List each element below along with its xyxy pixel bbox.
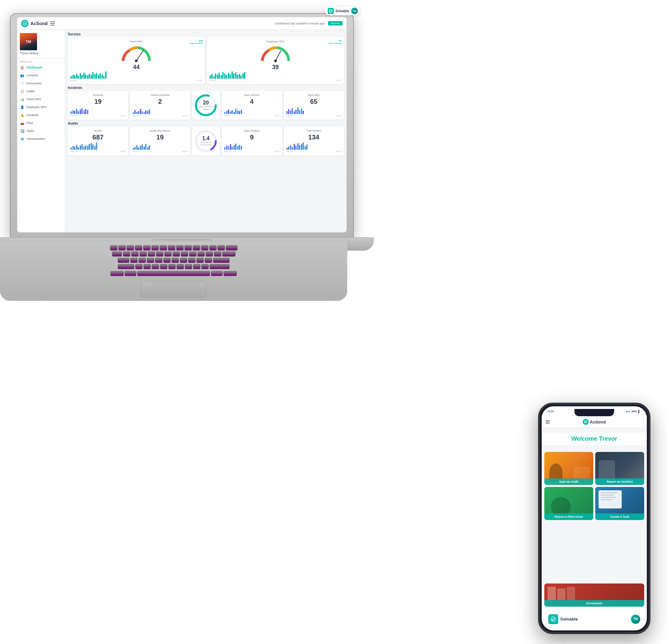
key[interactable] bbox=[147, 258, 154, 263]
sidebar-item-audits[interactable]: 📋 Audits bbox=[17, 87, 65, 95]
key[interactable] bbox=[123, 252, 130, 257]
key[interactable] bbox=[156, 252, 163, 257]
audits-dates: Aug 19 Jul 20 bbox=[70, 150, 126, 152]
sidebar-item-contacts[interactable]: 👥 Contacts › bbox=[17, 71, 65, 79]
key[interactable] bbox=[135, 264, 143, 269]
documents-label: Documents bbox=[27, 82, 42, 85]
key[interactable] bbox=[125, 271, 136, 276]
phone-card-documents[interactable]: Documents bbox=[544, 583, 644, 607]
battery-icon: ▌ bbox=[638, 410, 640, 413]
key[interactable] bbox=[210, 264, 229, 269]
key[interactable] bbox=[143, 245, 150, 250]
svg-text:50: 50 bbox=[141, 48, 143, 50]
key[interactable] bbox=[173, 252, 180, 257]
key[interactable] bbox=[189, 252, 196, 257]
sidebar-item-fleet[interactable]: 🚗 Fleet › bbox=[17, 119, 65, 127]
sidebar-item-employee-nps[interactable]: 👤 Employee NPS bbox=[17, 103, 65, 111]
key[interactable] bbox=[144, 264, 151, 269]
key[interactable] bbox=[224, 271, 237, 276]
key[interactable] bbox=[112, 252, 122, 257]
phone-card-audit[interactable]: Start an Audit bbox=[544, 452, 593, 485]
key[interactable] bbox=[168, 245, 175, 250]
trackpad[interactable] bbox=[141, 281, 207, 298]
key[interactable] bbox=[188, 258, 195, 263]
key[interactable] bbox=[177, 264, 184, 269]
avg-days-gauge: 1.4 Avg Days to Close Actions bbox=[193, 129, 218, 153]
key[interactable] bbox=[160, 245, 167, 250]
key[interactable] bbox=[226, 245, 238, 250]
key[interactable] bbox=[135, 245, 142, 250]
phone-notch bbox=[574, 409, 614, 416]
incidents-open-actions-card: Open Actions 4 bbox=[222, 91, 282, 120]
user-name: Trevor McBoy bbox=[20, 52, 38, 55]
key[interactable] bbox=[155, 258, 162, 263]
key[interactable] bbox=[168, 264, 176, 269]
key[interactable] bbox=[205, 258, 212, 263]
key[interactable] bbox=[201, 245, 208, 250]
key[interactable] bbox=[118, 264, 134, 269]
key[interactable] bbox=[110, 245, 117, 250]
phone-card-task[interactable]: Create a Task bbox=[595, 487, 644, 520]
key[interactable] bbox=[139, 258, 146, 263]
key[interactable] bbox=[151, 245, 159, 250]
phone-app-name: Actiond bbox=[590, 419, 606, 425]
phone-hamburger[interactable] bbox=[546, 420, 550, 424]
key[interactable] bbox=[152, 264, 159, 269]
svg-text:-50: -50 bbox=[266, 50, 269, 52]
phone-app-header: Actiond bbox=[542, 416, 647, 428]
spacebar[interactable] bbox=[137, 271, 210, 276]
key[interactable] bbox=[160, 264, 167, 269]
sidebar-item-administration[interactable]: ⚙️ Administration bbox=[17, 135, 65, 143]
key[interactable] bbox=[213, 258, 229, 263]
key[interactable] bbox=[206, 252, 213, 257]
sidebar-item-tasks[interactable]: ☑️ Tasks bbox=[17, 127, 65, 135]
days-since-card: 20 Days Since Last Incident bbox=[192, 91, 220, 120]
key[interactable] bbox=[163, 258, 170, 263]
key[interactable] bbox=[209, 245, 216, 250]
phone-screen: 9:15 ●●● WiFi ▌ bbox=[542, 406, 647, 630]
key[interactable] bbox=[201, 264, 209, 269]
key[interactable] bbox=[148, 252, 155, 257]
key[interactable] bbox=[172, 258, 179, 263]
key[interactable] bbox=[118, 258, 129, 263]
key[interactable] bbox=[130, 258, 137, 263]
sidebar-item-dashboard[interactable]: 🏠 Dashboard bbox=[17, 64, 65, 71]
phone-logo-icon bbox=[583, 419, 589, 425]
key[interactable] bbox=[217, 245, 225, 250]
administration-label: Administration bbox=[27, 137, 45, 141]
key[interactable] bbox=[140, 252, 147, 257]
sidebar-item-incidents[interactable]: ⚠️ Incidents › bbox=[17, 111, 65, 119]
key[interactable] bbox=[176, 245, 183, 250]
incidents-section: Incidents Incidents 19 bbox=[68, 86, 344, 120]
sidebar-item-client-nps[interactable]: 📊 Client NPS bbox=[17, 95, 65, 103]
key[interactable] bbox=[197, 252, 205, 257]
employee-nps-label: Employee NPS bbox=[27, 105, 47, 109]
key[interactable] bbox=[164, 252, 172, 257]
phone-card-incident[interactable]: Report an Incident bbox=[595, 452, 644, 485]
client-nps-icon: 📊 bbox=[20, 97, 25, 101]
key[interactable] bbox=[180, 258, 187, 263]
key[interactable] bbox=[222, 252, 235, 257]
near-miss-bars bbox=[287, 107, 342, 114]
key[interactable] bbox=[211, 271, 223, 276]
refresh-button[interactable]: Refresh bbox=[328, 21, 343, 26]
key[interactable] bbox=[193, 264, 200, 269]
key[interactable] bbox=[196, 258, 204, 263]
phone-card-fleet[interactable]: Report a Fleet Issue bbox=[544, 487, 593, 520]
key[interactable] bbox=[193, 245, 200, 250]
sidebar-item-documents[interactable]: 📄 Documents bbox=[17, 79, 65, 87]
key[interactable] bbox=[111, 271, 124, 276]
key[interactable] bbox=[131, 252, 139, 257]
solvable-top-badge: Solvable TM bbox=[325, 6, 360, 15]
total-actions-title: Total Actions bbox=[287, 129, 342, 132]
key[interactable] bbox=[184, 245, 192, 250]
hamburger-menu[interactable] bbox=[50, 21, 55, 26]
key[interactable] bbox=[127, 245, 134, 250]
key[interactable] bbox=[181, 252, 188, 257]
incidents-card: Incidents 19 bbox=[68, 91, 128, 120]
app-name: Actiond bbox=[30, 21, 48, 26]
key[interactable] bbox=[185, 264, 192, 269]
key[interactable] bbox=[118, 245, 126, 250]
user-initials: TM bbox=[26, 40, 31, 44]
key[interactable] bbox=[214, 252, 221, 257]
